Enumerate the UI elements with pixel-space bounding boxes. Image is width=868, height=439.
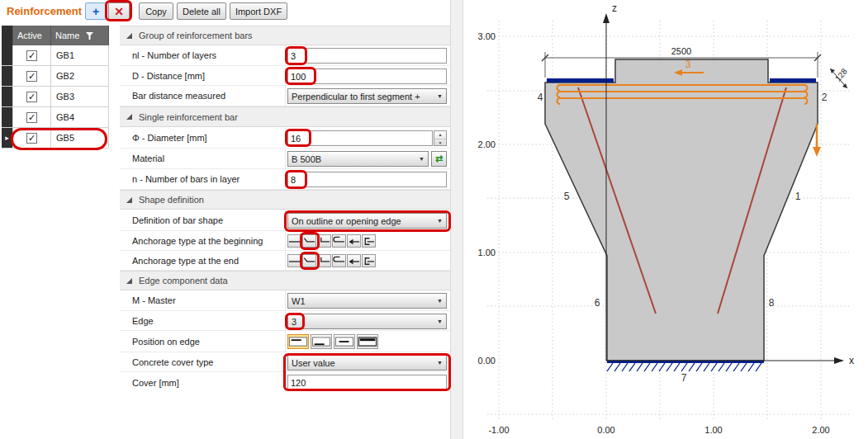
anchorage-loop-icon[interactable] xyxy=(332,254,346,267)
section-single-bar[interactable]: Single reinforcement bar xyxy=(120,106,450,127)
row-anchorage-beginning: Anchorage type at the beginning xyxy=(120,231,450,251)
copy-button[interactable]: Copy xyxy=(139,2,173,20)
field-label: Material xyxy=(132,153,164,163)
import-dxf-button[interactable]: Import DXF xyxy=(230,2,287,20)
anchorage-right-hook-icon[interactable] xyxy=(317,254,331,267)
field-label: D - Distance [mm] xyxy=(132,71,205,81)
field-label: M - Master xyxy=(132,295,176,305)
row-cover-type: Concrete cover type User value ▼ xyxy=(120,352,450,372)
bar-shape-dropdown[interactable]: On outline or opening edge ▼ xyxy=(287,213,447,229)
row-name: GB4 xyxy=(51,107,109,128)
active-checkbox[interactable]: ✓ xyxy=(26,133,37,144)
field-label: Edge xyxy=(132,316,154,326)
row-distance: D - Distance [mm] xyxy=(120,66,450,86)
anchorage-straight-icon[interactable] xyxy=(287,254,301,267)
cover-type-dropdown[interactable]: User value ▼ xyxy=(287,355,447,371)
column-header-active[interactable]: Active xyxy=(13,26,51,45)
delete-button[interactable]: ✕ xyxy=(108,2,130,20)
dimension-128-text: 128 xyxy=(833,66,849,83)
row-name: GB2 xyxy=(51,66,109,87)
table-row-gb5[interactable]: ▸ ✓ GB5 xyxy=(2,128,109,149)
distance-input[interactable] xyxy=(287,68,447,84)
diameter-spinner[interactable]: ▲ ▼ xyxy=(434,130,447,146)
bar-distance-dropdown[interactable]: Perpendicular to first segment + ▼ xyxy=(287,88,447,104)
collapse-triangle-icon xyxy=(126,278,132,284)
field-label: Anchorage type at the end xyxy=(132,256,239,266)
position-full-icon[interactable] xyxy=(357,334,378,349)
row-bar-distance-measured: Bar distance measured Perpendicular to f… xyxy=(120,86,450,106)
row-indicator xyxy=(2,107,13,128)
add-button[interactable]: + xyxy=(85,2,107,20)
field-label: Φ - Diameter [mm] xyxy=(132,133,207,143)
table-row-gb2[interactable]: ✓ GB2 xyxy=(2,66,109,87)
nl-input[interactable] xyxy=(287,48,447,64)
x-tick-label: 2.00 xyxy=(812,425,829,435)
table-row-gb4[interactable]: ✓ GB4 xyxy=(2,107,109,128)
delete-all-button[interactable]: Delete all xyxy=(177,2,226,20)
row-master: M - Master W1 ▼ xyxy=(120,290,450,311)
row-indicator xyxy=(2,45,13,66)
section-group-of-bars[interactable]: Group of reinforcement bars xyxy=(120,26,450,45)
active-checkbox[interactable]: ✓ xyxy=(26,71,37,82)
row-diameter: Φ - Diameter [mm] ▲ ▼ xyxy=(120,127,450,149)
drawing-canvas[interactable]: z x 2500 128 xyxy=(464,0,868,439)
material-dropdown[interactable]: B 500B ▼ xyxy=(287,151,429,167)
row-cover: Cover [mm] xyxy=(120,372,450,393)
anchorage-straight-icon[interactable] xyxy=(287,234,301,248)
material-library-button[interactable]: ⇄ xyxy=(431,151,447,167)
anchorage-c-hook-icon[interactable] xyxy=(362,254,376,267)
anchorage-slant-hook-icon[interactable] xyxy=(302,234,316,248)
reinforcement-window: Reinforcement + ✕ Copy Delete all Import… xyxy=(0,0,868,439)
cover-input[interactable] xyxy=(287,375,447,390)
plus-icon: + xyxy=(92,5,99,18)
spinner-up-icon[interactable]: ▲ xyxy=(434,131,446,139)
table-row-gb1[interactable]: ✓ GB1 xyxy=(2,45,109,66)
row-name: GB1 xyxy=(51,45,109,66)
diameter-input[interactable] xyxy=(287,130,433,146)
spinner-down-icon[interactable]: ▼ xyxy=(434,139,446,147)
field-label: Anchorage type at the beginning xyxy=(132,236,263,246)
position-bottom-icon[interactable] xyxy=(311,334,332,349)
anchorage-right-hook-icon[interactable] xyxy=(317,234,331,248)
active-checkbox[interactable]: ✓ xyxy=(26,92,37,102)
edge-label-8: 8 xyxy=(769,297,775,309)
filter-icon[interactable] xyxy=(86,32,93,40)
y-tick-label: 3.00 xyxy=(478,31,496,41)
section-edge-component[interactable]: Edge component data xyxy=(120,271,450,290)
position-center-icon[interactable] xyxy=(334,334,355,349)
chevron-down-icon: ▼ xyxy=(434,319,443,324)
field-label: Bar distance measured xyxy=(132,91,225,101)
table-row-gb3[interactable]: ✓ GB3 xyxy=(2,87,109,107)
active-checkbox[interactable]: ✓ xyxy=(26,50,37,61)
support-hatch xyxy=(607,362,764,372)
edge-label-7: 7 xyxy=(681,372,687,384)
anchorage-closed-hook-icon[interactable] xyxy=(347,234,361,248)
anchorage-c-hook-icon[interactable] xyxy=(362,234,376,248)
row-bar-shape: Definition of bar shape On outline or op… xyxy=(120,210,450,231)
z-axis-label: z xyxy=(612,2,617,14)
position-top-icon[interactable] xyxy=(287,334,309,349)
column-header-name[interactable]: Name xyxy=(51,26,109,45)
chevron-down-icon: ▼ xyxy=(434,93,443,99)
row-indicator-header xyxy=(2,26,13,45)
panel-scrollbar[interactable] xyxy=(450,0,463,439)
y-tick-label: 2.00 xyxy=(478,139,496,149)
anchorage-slant-hook-icon[interactable] xyxy=(302,254,316,267)
field-label: Definition of bar shape xyxy=(132,215,223,225)
anchorage-closed-hook-icon[interactable] xyxy=(347,254,361,267)
field-label: Position on edge xyxy=(132,337,200,347)
anchorage-loop-icon[interactable] xyxy=(332,234,346,248)
row-name: GB5 xyxy=(51,128,109,149)
x-tick-label: 0.00 xyxy=(597,425,614,435)
master-dropdown[interactable]: W1 ▼ xyxy=(287,293,447,309)
y-tick-label: 0.00 xyxy=(478,356,496,366)
n-bars-input[interactable] xyxy=(287,172,447,187)
delete-icon: ✕ xyxy=(114,5,124,18)
row-position-on-edge: Position on edge xyxy=(120,331,450,352)
field-label: Cover [mm] xyxy=(132,378,179,388)
edge-dropdown[interactable]: 3 ▼ xyxy=(287,314,447,329)
current-row-marker: ▸ xyxy=(2,128,13,149)
refresh-icon: ⇄ xyxy=(435,153,443,164)
active-checkbox[interactable]: ✓ xyxy=(26,112,37,123)
section-shape-definition[interactable]: Shape definition xyxy=(120,190,450,210)
